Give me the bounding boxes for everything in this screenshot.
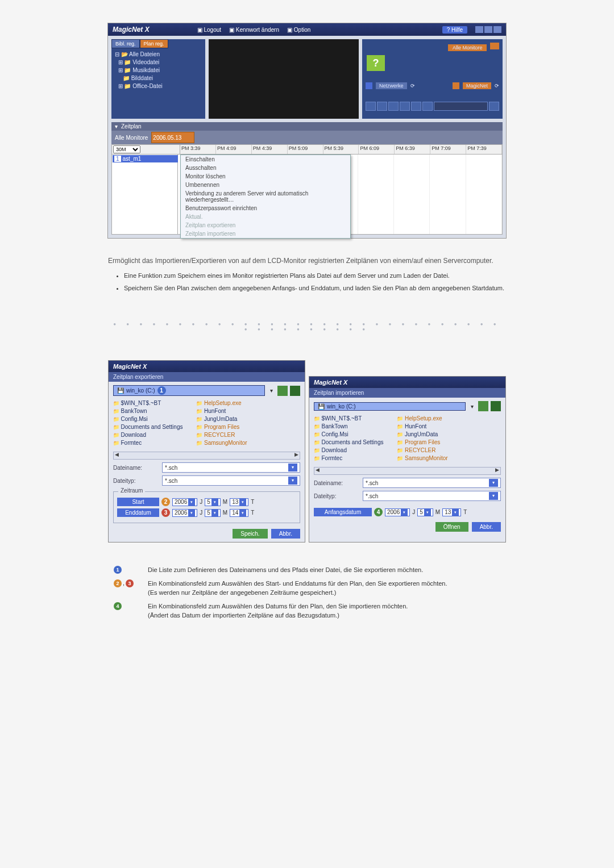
mon-tool-icon[interactable] [366,102,376,111]
cancel-button[interactable]: Abbr. [271,529,300,539]
import-month-select[interactable]: 5▾ [417,508,433,516]
magicnet-button[interactable]: MagicNet [463,82,491,89]
help-button[interactable]: ? Hilfe [442,26,467,34]
network-refresh-icon[interactable]: ⟳ [410,83,415,89]
menu-logout[interactable]: Logout [204,27,221,33]
cancel-button[interactable]: Abbr. [472,522,501,532]
preview-pane [209,39,359,119]
filename-input[interactable]: *.sch▾ [363,478,501,488]
filetype-label: Dateityp: [314,493,359,499]
close-icon[interactable] [493,26,501,33]
description-block: Ermöglicht das Importieren/Exportieren v… [108,256,506,293]
mon-slider[interactable] [434,102,488,111]
badge-1: 1 [157,386,166,395]
magicnet-refresh-icon[interactable]: ⟳ [495,83,499,89]
mon-tool-icon[interactable] [388,102,399,111]
filetype-select[interactable]: *.sch▾ [162,475,300,486]
ctx-refresh: Aktual. [181,212,350,221]
dropdown-icon[interactable]: ▾ [489,479,498,487]
ctx-delete[interactable]: Monitor löschen [181,172,350,181]
schedule-dropdown-icon[interactable]: ▾ [115,123,118,130]
ctx-password[interactable]: Benutzerpasswort einrichten [181,204,350,212]
description-item-1: Eine Funktion zum Speichern eines im Mon… [124,270,506,281]
horizontal-scrollbar[interactable] [113,452,300,460]
interval-select[interactable]: 30M [113,145,140,153]
import-title: MagicNet X [309,377,505,388]
filename-label: Dateiname: [113,465,159,471]
save-button[interactable]: Speich. [233,529,267,539]
dropdown-icon[interactable]: ▾ [288,477,297,485]
import-drive-select[interactable]: 💾 win_ko (C:) [314,402,466,411]
ctx-import[interactable]: Zeitplan importieren [181,229,350,238]
mon-tool-icon[interactable] [400,102,410,111]
badge-2: 2 [161,498,170,506]
filename-input[interactable]: *.sch▾ [162,462,300,473]
menu-option[interactable]: Option [294,27,310,33]
up-folder-button[interactable] [491,401,501,411]
export-title: MagicNet X [109,361,305,372]
dropdown-icon[interactable]: ▾ [489,492,498,500]
ctx-on[interactable]: Einschalten [181,155,350,164]
maximize-icon[interactable] [484,26,492,33]
start-year-select[interactable]: 2006▾ [172,498,197,506]
up-folder-button[interactable] [290,386,300,396]
tree-office[interactable]: ⊞ 📁 Office-Datei [115,82,202,90]
end-year-select[interactable]: 2006▾ [172,509,197,517]
legend-text-1: Die Liste zum Definieren des Dateinamens… [148,565,500,574]
tree-music[interactable]: ⊞ 📁 Musikdatei [115,66,202,74]
monitor-tool-icon[interactable] [490,43,499,49]
tree-root[interactable]: ⊟ 📂 Alle Dateien [115,51,202,59]
network-icon [366,82,372,89]
end-month-select[interactable]: 5▾ [205,509,221,517]
legend-badge-3: 3 [126,579,134,587]
legend-badge-1: 1 [114,566,122,574]
timeline-row-label[interactable]: 1ast_m1 [113,155,178,162]
import-file-list[interactable]: $WIN_NT$.~BTBankTownConfig.MsiDocuments … [314,414,501,467]
section-divider: ● ● ● ● ● ● ● ● ● ● ● ● ● ● ● ● ● ● ● ● … [108,322,506,332]
mon-tool-icon[interactable] [411,102,421,111]
tree-video[interactable]: ⊞ 📁 Videodatei [115,59,202,66]
dropdown-icon[interactable]: ▾ [288,464,297,471]
ctx-off[interactable]: Ausschalten [181,164,350,172]
start-label: Start [117,498,159,506]
refresh-button[interactable] [277,386,288,396]
minimize-icon[interactable] [475,26,483,33]
all-monitors-button[interactable]: Alle Monitore [448,44,487,51]
start-month-select[interactable]: 5▾ [205,498,221,506]
filetype-label: Dateityp: [113,478,159,484]
legend-block: 1 Die Liste zum Definieren des Dateiname… [114,565,500,620]
timeline-grid: 1ast_m1 Einschalten Ausschalten Monitor … [111,155,503,235]
ctx-rename[interactable]: Umbenennen [181,181,350,189]
tree-image[interactable]: 📁 Bilddatei [115,74,202,82]
schedule-date-input[interactable] [151,132,194,143]
import-year-select[interactable]: 2006▾ [385,508,410,516]
magicnet-active-icon [453,82,459,89]
start-day-select[interactable]: 13▾ [230,498,248,506]
export-subtitle: Zeitplan exportieren [109,372,305,382]
ctx-export[interactable]: Zeitplan exportieren [181,221,350,229]
timeline-header: 30M PM 3:39PM 4:09PM 4:39PM 5:09PM 5:39P… [111,144,503,155]
tab-library[interactable]: Bibl. reg. [111,39,140,48]
end-day-select[interactable]: 14▾ [230,509,248,517]
import-day-select[interactable]: 13▾ [442,508,461,516]
drive-dropdown-icon[interactable]: ▾ [267,387,275,394]
export-dialog: MagicNet X Zeitplan exportieren 💾 win_ko… [108,360,305,542]
mon-tool-icon[interactable] [489,102,499,111]
context-menu: Einschalten Ausschalten Monitor löschen … [180,155,351,239]
menu-password[interactable]: Kennwort ändern [236,27,279,33]
date-range-group: Zeitraum Start 2 2006▾J 5▾M 13▾T Enddatu… [113,491,300,523]
mon-tool-icon[interactable] [422,102,433,111]
open-button[interactable]: Öffnen [435,522,468,532]
export-drive-select[interactable]: 💾 win_ko (C:) 1 [113,385,265,396]
date-range-legend: Zeitraum [118,487,145,494]
refresh-button[interactable] [478,401,488,411]
tab-plan[interactable]: Plan reg. [140,39,168,48]
drive-dropdown-icon[interactable]: ▾ [468,403,476,410]
ctx-reconnect[interactable]: Verbindung zu anderem Server wird automa… [181,189,350,204]
drive-icon: 💾 [318,403,325,410]
export-file-list[interactable]: $WIN_NT$.~BTBankTownConfig.MsiDocuments … [113,398,300,452]
network-button[interactable]: Netzwerke [376,82,407,89]
horizontal-scrollbar[interactable] [314,467,501,475]
mon-tool-icon[interactable] [377,102,387,111]
filetype-select[interactable]: *.sch▾ [363,491,501,501]
